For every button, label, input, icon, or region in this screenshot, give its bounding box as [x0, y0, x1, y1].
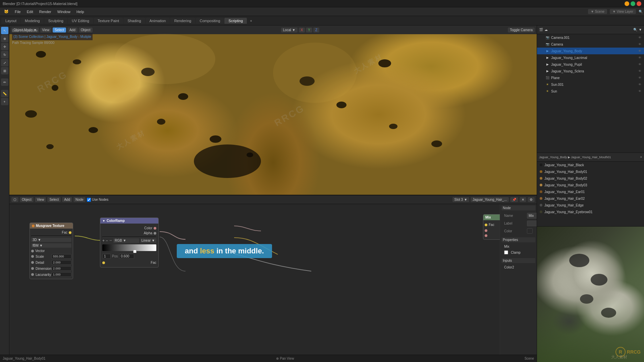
jaguar-lacrimal-eye[interactable]: 👁 — [638, 56, 641, 59]
colorramp-node[interactable]: ▼ ColorRamp Color Alpha — [100, 218, 159, 267]
tree-jaguar-body[interactable]: ▶ Jaguar_Young_Body 👁 — [537, 48, 644, 54]
3d-viewport[interactable]: Object Mode ▼ View Select Add Object Loc… — [9, 25, 537, 195]
colorramp-remove[interactable]: − — [106, 238, 108, 243]
window-controls[interactable] — [625, 1, 641, 6]
node-view-btn[interactable]: View — [35, 197, 46, 202]
add-workspace-button[interactable]: + — [247, 18, 255, 24]
colorramp-stop-index[interactable]: 1 — [102, 254, 111, 259]
search-button[interactable]: 🔍 — [639, 10, 643, 13]
colorramp-mode-dropdown[interactable]: RGB ▼ — [113, 238, 139, 243]
jaguar-body-eye[interactable]: 👁 — [638, 49, 641, 53]
musgrave-scale-value[interactable]: 555.000 — [51, 254, 71, 259]
use-nodes-checkbox[interactable]: Use Nodes — [87, 198, 108, 202]
menu-file[interactable]: File — [12, 9, 23, 14]
node-color-swatch[interactable] — [527, 228, 533, 234]
tool-measure[interactable]: 📏 — [1, 90, 8, 97]
mat-hair-body03[interactable]: Jaguar_Young_Hair_Body03 — [537, 182, 644, 188]
right-header-search[interactable]: 🔍 — [633, 28, 637, 32]
musgrave-node[interactable]: Musgrave Texture Fac 3D ▼ — [30, 223, 73, 279]
colorramp-interp-dropdown[interactable]: Linear ▼ — [140, 238, 157, 243]
tree-jaguar-pupil[interactable]: ▶ Jaguar_Young_Pupil 👁 — [537, 61, 644, 68]
camera001-eye[interactable]: 👁 — [638, 36, 641, 39]
right-header-filter[interactable]: ▼ — [639, 28, 642, 32]
jaguar-pupil-eye[interactable]: 👁 — [638, 63, 641, 66]
tool-move[interactable]: ✛ — [1, 43, 8, 50]
node-close-btn[interactable]: ✕ — [520, 197, 526, 202]
tool-scale[interactable]: ⤢ — [1, 59, 8, 66]
musgrave-fac-socket[interactable] — [69, 231, 71, 234]
tool-rotate[interactable]: ↻ — [1, 51, 8, 58]
tool-select[interactable]: ↖ — [1, 27, 8, 34]
mat-hair-black[interactable]: Jaguar_Young_Hair_Black — [537, 162, 644, 168]
mat-hair-edge[interactable]: Jaguar_Young_Hair_Edge — [537, 202, 644, 208]
node-pin-btn[interactable]: 📌 — [510, 197, 518, 202]
musgrave-lacunarity-value[interactable]: 1.000 — [51, 272, 71, 277]
musgrave-detail-value[interactable]: 2.000 — [51, 260, 71, 265]
plane-eye[interactable]: 👁 — [638, 76, 641, 79]
mat-hair-body01[interactable]: Jaguar_Young_Hair_Body01 — [537, 168, 644, 175]
tool-annotate[interactable]: ✏ — [1, 78, 8, 86]
musgrave-detail-socket[interactable] — [31, 261, 34, 264]
tab-uv-editing[interactable]: UV Editing — [68, 18, 93, 24]
maximize-button[interactable] — [631, 1, 635, 6]
tab-texture-paint[interactable]: Texture Paint — [94, 18, 123, 24]
tree-camera001[interactable]: 📷 Camera.001 👁 — [537, 34, 644, 41]
colorramp-add[interactable]: + — [102, 238, 105, 243]
tab-sculpting[interactable]: Sculpting — [44, 18, 67, 24]
musgrave-vector-socket[interactable] — [31, 250, 34, 252]
node-editor-icon[interactable]: ⬡ — [11, 197, 18, 202]
colorramp-flip[interactable]: ↔ — [109, 238, 112, 243]
menu-window[interactable]: Window — [55, 9, 73, 14]
tree-jaguar-sclera[interactable]: ▶ Jaguar_Young_Sclera 👁 — [537, 68, 644, 74]
tab-layout[interactable]: Layout — [1, 18, 20, 24]
minimize-button[interactable] — [625, 1, 629, 6]
sun-eye[interactable]: 👁 — [638, 89, 641, 93]
tree-sun[interactable]: ☀ Sun 👁 — [537, 88, 644, 95]
tree-jaguar-lacrimal[interactable]: ▶ Jaguar_Young_Lacrimal 👁 — [537, 54, 644, 61]
menu-render[interactable]: Render — [37, 9, 54, 14]
camera-eye[interactable]: 👁 — [638, 43, 641, 46]
colorramp-color-socket[interactable] — [154, 227, 156, 230]
musgrave-dimension-socket[interactable] — [31, 267, 34, 270]
musgrave-fbm-dropdown[interactable]: fBM ▼ — [31, 243, 71, 248]
tab-scripting[interactable]: Scripting — [224, 18, 247, 24]
colorramp-fac-socket[interactable] — [102, 261, 105, 264]
musgrave-scale-socket[interactable] — [31, 255, 34, 258]
colorramp-gradient[interactable] — [102, 244, 156, 251]
mix-color2-socket[interactable] — [485, 234, 487, 237]
colorramp-pos-value[interactable]: 0.600 — [119, 254, 134, 259]
tool-cursor[interactable]: ⊕ — [1, 35, 8, 42]
scene-selector[interactable]: ▼ Scene — [588, 9, 607, 14]
properties-section-header[interactable]: Properties — [501, 237, 535, 242]
menu-help[interactable]: Help — [74, 9, 87, 14]
tool-add[interactable]: + — [1, 98, 8, 105]
tab-rendering[interactable]: Rendering — [170, 18, 195, 24]
tab-animation[interactable]: Animation — [146, 18, 170, 24]
node-canvas[interactable]: Musgrave Texture Fac 3D ▼ — [9, 204, 537, 362]
mat-hair-ear02[interactable]: Jaguar_Young_Hair_Ear02 — [537, 195, 644, 202]
material-selector[interactable]: Jaguar_Young_Hair_... — [471, 197, 509, 202]
tab-shading[interactable]: Shading — [123, 18, 145, 24]
tree-camera[interactable]: 📷 Camera 👁 — [537, 41, 644, 48]
node-section-header[interactable]: Node — [501, 205, 535, 210]
node-select-btn[interactable]: Select — [47, 197, 61, 202]
jaguar-sclera-eye[interactable]: 👁 — [638, 69, 641, 73]
node-node-btn[interactable]: Node — [73, 197, 86, 202]
tool-transform[interactable]: ⊞ — [1, 67, 8, 74]
mix-color1-socket[interactable] — [485, 229, 487, 232]
mat-hair-eyebrow01[interactable]: Jaguar_Young_Hair_Eyebrow01 — [537, 208, 644, 215]
mat-hair-ear01[interactable]: Jaguar_Young_Hair_Ear01 — [537, 188, 644, 195]
tree-plane[interactable]: ⬛ Plane 👁 — [537, 74, 644, 81]
tab-compositing[interactable]: Compositing — [196, 18, 224, 24]
node-object-btn[interactable]: Object — [20, 197, 34, 202]
slot-selector[interactable]: Slot 3 ▼ — [452, 197, 469, 202]
tree-sun001[interactable]: ☀ Sun.001 👁 — [537, 81, 644, 88]
clamp-checkbox[interactable] — [504, 250, 508, 254]
mix-fac-in-socket[interactable] — [485, 224, 487, 226]
view-layer-selector[interactable]: ▼ View Layer — [610, 9, 636, 14]
mat-hair-body02[interactable]: Jaguar_Young_Hair_Body02 — [537, 175, 644, 182]
menu-edit[interactable]: Edit — [24, 9, 36, 14]
node-settings-btn[interactable]: ⚙ — [528, 197, 535, 202]
colorramp-alpha-socket[interactable] — [154, 232, 156, 235]
inputs-section-header[interactable]: Inputs — [501, 258, 535, 263]
